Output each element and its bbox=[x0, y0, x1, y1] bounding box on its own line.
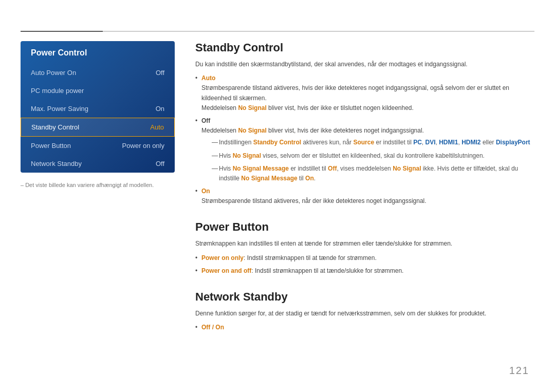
left-panel: Power Control Auto Power On Off PC modul… bbox=[21, 41, 175, 188]
bullet-off: Off Meddelelsen No Signal bliver vist, h… bbox=[195, 116, 534, 183]
power-button-desc: Strømknappen kan indstilles til enten at… bbox=[195, 239, 534, 249]
sub-item-3: Hvis No Signal Message er indstillet til… bbox=[212, 164, 534, 183]
standby-control-list: Auto Strømbesparende tilstand aktiveres,… bbox=[195, 73, 534, 206]
menu-item-auto-power-on[interactable]: Auto Power On Off bbox=[21, 64, 175, 82]
power-button-title: Power Button bbox=[195, 220, 534, 234]
menu-item-value: Off bbox=[156, 69, 164, 77]
page-number: 121 bbox=[509, 365, 529, 377]
menu-title: Power Control bbox=[21, 41, 175, 64]
bullet-on-label: On bbox=[201, 188, 210, 195]
menu-item-value: On bbox=[156, 105, 164, 113]
menu-item-power-button[interactable]: Power Button Power on only bbox=[21, 137, 175, 155]
bullet-off-label: Off bbox=[201, 117, 210, 124]
top-accent bbox=[21, 31, 103, 32]
standby-control-desc: Du kan indstille den skærmstandbytilstan… bbox=[195, 60, 534, 69]
menu-item-value: Auto bbox=[150, 123, 164, 131]
network-standby-list: Off / On bbox=[195, 323, 534, 332]
menu-item-label: PC module power bbox=[31, 87, 84, 95]
power-on-only-label: Power on only bbox=[201, 254, 244, 262]
menu-item-standby-control[interactable]: Standby Control Auto bbox=[21, 118, 175, 137]
menu-item-value: Power on only bbox=[122, 142, 164, 150]
section-network-standby: Network Standby Denne funktion sørger fo… bbox=[195, 290, 534, 332]
power-button-list: Power on only: Indstil strømknappen til … bbox=[195, 253, 534, 276]
power-on-off-label: Power on and off bbox=[201, 267, 251, 274]
section-standby-control: Standby Control Du kan indstille den skæ… bbox=[195, 41, 534, 206]
menu-item-label: Network Standby bbox=[31, 160, 82, 167]
menu-item-pc-module[interactable]: PC module power bbox=[21, 82, 175, 100]
bullet-auto-label: Auto bbox=[201, 74, 215, 82]
menu-item-label: Power Button bbox=[31, 142, 71, 150]
menu-item-label: Auto Power On bbox=[31, 69, 76, 77]
bullet-auto: Auto Strømbesparende tilstand aktiveres,… bbox=[195, 73, 534, 113]
off-on-label: Off / On bbox=[201, 324, 224, 331]
bullet-on: On Strømbesparende tilstand aktiveres, n… bbox=[195, 186, 534, 206]
menu-item-value: Off bbox=[156, 160, 164, 167]
bullet-off-on: Off / On bbox=[195, 323, 534, 332]
sub-item-1: Indstillingen Standby Control aktiveres … bbox=[212, 138, 534, 147]
menu-item-max-power-saving[interactable]: Max. Power Saving On bbox=[21, 100, 175, 118]
network-standby-desc: Denne funktion sørger for, at der stadig… bbox=[195, 309, 534, 319]
network-standby-title: Network Standby bbox=[195, 290, 534, 304]
menu-item-network-standby[interactable]: Network Standby Off bbox=[21, 155, 175, 173]
power-control-menu: Power Control Auto Power On Off PC modul… bbox=[21, 41, 175, 173]
sub-item-2: Hvis No Signal vises, selvom der er tils… bbox=[212, 151, 534, 161]
menu-item-label: Standby Control bbox=[31, 123, 79, 131]
standby-control-title: Standby Control bbox=[195, 41, 534, 54]
menu-item-label: Max. Power Saving bbox=[31, 105, 88, 113]
bullet-power-on-only: Power on only: Indstil strømknappen til … bbox=[195, 253, 534, 263]
right-content: Standby Control Du kan indstille den skæ… bbox=[195, 41, 534, 347]
note-text: – Det viste billede kan variere afhængig… bbox=[21, 182, 175, 188]
off-sublist: Indstillingen Standby Control aktiveres … bbox=[201, 138, 534, 183]
section-power-button: Power Button Strømknappen kan indstilles… bbox=[195, 220, 534, 276]
bullet-power-on-off: Power on and off: Indstil strømknappen t… bbox=[195, 266, 534, 276]
